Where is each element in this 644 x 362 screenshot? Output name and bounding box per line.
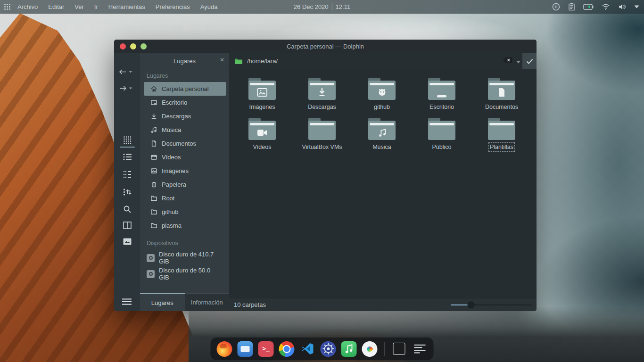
place-papelera[interactable]: Papelera bbox=[144, 178, 226, 191]
menu-herramientas[interactable]: Herramientas bbox=[108, 3, 145, 10]
menu-hamburger-icon[interactable] bbox=[122, 298, 132, 305]
path-dropdown-caret-icon[interactable] bbox=[516, 57, 520, 66]
back-button[interactable] bbox=[119, 69, 132, 75]
folder-icon bbox=[150, 222, 157, 229]
place-label: Vídeos bbox=[162, 154, 181, 161]
menu-archivo[interactable]: Archivo bbox=[17, 3, 38, 10]
place-escritorio[interactable]: Escritorio bbox=[144, 96, 226, 109]
preview-button[interactable] bbox=[123, 238, 132, 247]
clear-path-icon[interactable] bbox=[503, 57, 512, 66]
place-label: Documentos bbox=[162, 140, 196, 147]
tab-lugares[interactable]: Lugares bbox=[140, 293, 185, 311]
wifi-icon[interactable] bbox=[602, 3, 610, 10]
split-view-button[interactable] bbox=[123, 222, 132, 230]
place-musica[interactable]: Música bbox=[144, 123, 226, 137]
devices-section-label: Dispositivos bbox=[140, 232, 229, 249]
icons-view-button[interactable] bbox=[123, 136, 132, 144]
place-label: Descargas bbox=[162, 113, 191, 120]
firefox-icon[interactable] bbox=[217, 341, 232, 357]
pause-circle-icon[interactable] bbox=[552, 3, 560, 11]
zoom-slider[interactable] bbox=[451, 302, 532, 308]
list-view-button[interactable] bbox=[123, 153, 132, 162]
tab-informacion[interactable]: Información bbox=[185, 293, 230, 311]
settings-icon[interactable] bbox=[321, 341, 336, 357]
video-emblem-icon bbox=[248, 125, 276, 140]
window-titlebar[interactable]: Carpeta personal — Dolphin bbox=[114, 40, 537, 53]
menu-ir[interactable]: Ir bbox=[94, 3, 98, 10]
trash-icon bbox=[150, 181, 157, 188]
device-label: Disco duro de 50.0 GiB bbox=[159, 267, 210, 281]
folder-videos[interactable]: Vídeos bbox=[239, 118, 286, 150]
files-app-icon[interactable] bbox=[238, 341, 253, 357]
folder-github[interactable]: github bbox=[358, 78, 405, 110]
menu-editar[interactable]: Editar bbox=[48, 3, 64, 10]
folder-label: Público bbox=[432, 144, 452, 150]
folder-label: Imágenes bbox=[249, 104, 275, 110]
active-view-indicator bbox=[120, 147, 135, 148]
tray-expand-caret-icon[interactable] bbox=[634, 5, 639, 8]
device-disk-50[interactable]: Disco duro de 50.0 GiB bbox=[144, 266, 226, 281]
place-root[interactable]: Root bbox=[144, 191, 226, 205]
folder-documentos[interactable]: Documentos bbox=[478, 78, 525, 110]
place-descargas[interactable]: Descargas bbox=[144, 109, 226, 123]
folder-plantillas[interactable]: Plantillas bbox=[478, 118, 525, 150]
sort-button[interactable] bbox=[123, 188, 132, 197]
task-list-icon[interactable] bbox=[412, 341, 428, 357]
time-label: 12:11 bbox=[332, 3, 351, 10]
menu-ayuda[interactable]: Ayuda bbox=[200, 3, 218, 10]
close-window-button[interactable] bbox=[120, 43, 126, 49]
search-icon[interactable] bbox=[123, 205, 132, 214]
compact-view-button[interactable] bbox=[123, 171, 132, 179]
clock[interactable]: 26 Dec 2020 12:11 bbox=[294, 3, 350, 10]
drive-icon bbox=[147, 254, 155, 262]
clipboard-icon[interactable] bbox=[568, 3, 575, 11]
folder-publico[interactable]: Público bbox=[418, 118, 465, 150]
folder-imagenes[interactable]: Imágenes bbox=[239, 78, 286, 110]
place-label: Música bbox=[162, 126, 181, 133]
place-github[interactable]: github bbox=[144, 205, 226, 219]
place-videos[interactable]: Vídeos bbox=[144, 150, 226, 164]
panel-tabs: Lugares Información bbox=[140, 293, 229, 311]
close-panel-icon[interactable]: ✕ bbox=[220, 57, 224, 63]
folder-grid[interactable]: Imágenes Descargas github Escritorio bbox=[229, 69, 537, 298]
battery-charging-icon[interactable] bbox=[583, 4, 594, 10]
place-documentos[interactable]: Documentos bbox=[144, 137, 226, 150]
place-carpeta-personal[interactable]: Carpeta personal bbox=[144, 82, 226, 96]
music-icon bbox=[150, 126, 157, 133]
status-bar: 10 carpetas bbox=[229, 298, 537, 311]
menu-preferencias[interactable]: Preferencias bbox=[156, 3, 190, 10]
maximize-window-button[interactable] bbox=[140, 43, 147, 49]
forward-button[interactable] bbox=[119, 85, 132, 91]
accept-path-button[interactable] bbox=[522, 53, 537, 69]
zoom-slider-handle[interactable] bbox=[468, 301, 475, 308]
drive-icon bbox=[147, 270, 155, 278]
desktop: Archivo Editar Ver Ir Herramientas Prefe… bbox=[0, 0, 644, 362]
dolphin-window: Carpeta personal — Dolphin bbox=[114, 40, 537, 311]
volume-icon[interactable] bbox=[618, 3, 626, 10]
device-disk-410[interactable]: Disco duro de 410.7 GiB bbox=[144, 250, 226, 265]
document-icon bbox=[150, 140, 157, 147]
folder-virtualbox-vms[interactable]: VirtualBox VMs bbox=[298, 118, 346, 150]
show-desktop-icon[interactable] bbox=[391, 341, 407, 357]
document-emblem-icon bbox=[488, 85, 515, 99]
folder-descargas[interactable]: Descargas bbox=[298, 78, 346, 110]
github-emblem-icon bbox=[368, 85, 396, 99]
folder-musica[interactable]: Música bbox=[358, 118, 405, 150]
vscode-icon[interactable] bbox=[300, 341, 315, 357]
dock: >_ bbox=[211, 337, 434, 360]
color-picker-icon[interactable] bbox=[362, 341, 378, 357]
path-text[interactable]: /home/lara/ bbox=[247, 58, 278, 65]
menu-ver[interactable]: Ver bbox=[74, 3, 84, 10]
minimize-window-button[interactable] bbox=[130, 43, 136, 49]
folder-escritorio[interactable]: Escritorio bbox=[418, 78, 465, 110]
terminal-icon[interactable]: >_ bbox=[258, 341, 274, 357]
folder-label: Descargas bbox=[308, 104, 336, 110]
music-app-icon[interactable] bbox=[341, 341, 357, 357]
app-launcher-icon[interactable] bbox=[4, 3, 11, 10]
place-plasma[interactable]: plasma bbox=[144, 219, 226, 232]
chrome-icon[interactable] bbox=[279, 341, 295, 357]
location-bar[interactable]: /home/lara/ bbox=[229, 53, 537, 69]
folder-label: github bbox=[374, 104, 390, 110]
place-imagenes[interactable]: Imágenes bbox=[144, 164, 226, 178]
place-label: Root bbox=[162, 195, 174, 202]
